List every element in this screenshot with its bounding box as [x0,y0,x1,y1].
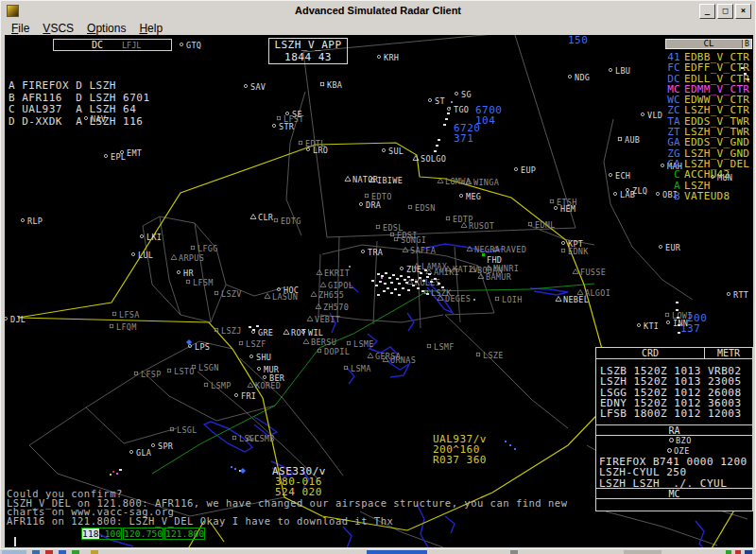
radar-target[interactable] [252,329,255,331]
menu-options[interactable]: Options [87,22,126,35]
metr-tab[interactable]: METR [704,347,753,359]
aircraft-datablock[interactable]: 371 [454,132,473,145]
crd-tab[interactable]: CRD [595,347,705,359]
radar-target[interactable] [482,253,485,256]
station-clock-box[interactable]: LSZH_V_APP 1844 43 [268,38,348,64]
flight-strip-row[interactable]: D D-XXDK A LSZH 116 [9,116,150,129]
radar-target[interactable] [430,281,433,283]
frequency-box[interactable]: 118.100 [81,528,122,540]
radar-target[interactable] [419,277,421,279]
radar-target[interactable] [256,325,259,327]
radar-target[interactable] [379,281,382,283]
radar-target[interactable] [412,285,415,286]
radar-target[interactable] [381,275,384,277]
radar-target[interactable] [390,292,393,294]
radar-target[interactable] [349,266,351,268]
minimize-button[interactable]: _ [699,4,715,19]
cl-minimize-button[interactable]: B [742,40,751,48]
radar-target[interactable] [473,299,475,301]
radar-target[interactable] [110,474,112,476]
radar-target[interactable] [119,469,122,471]
radar-target[interactable] [405,282,408,284]
ra-header[interactable]: RA [595,424,753,436]
waypoint-symbol [618,137,621,140]
radar-target[interactable] [426,293,429,295]
flight-strip-row[interactable]: C UAL937 A LSZH 64 [9,104,150,116]
aircraft-target-diamond[interactable] [186,339,192,345]
radar-target[interactable] [421,290,424,292]
radar-target[interactable] [400,275,403,277]
radar-target[interactable] [407,276,410,278]
radar-target[interactable] [443,124,446,126]
radar-target[interactable] [396,278,399,280]
radar-target[interactable] [383,290,386,292]
radar-target[interactable] [398,294,401,296]
radar-target[interactable] [394,288,397,290]
menu-file[interactable]: File [11,22,29,35]
radar-target[interactable] [411,279,414,281]
radar-target[interactable] [398,283,401,285]
radar-target[interactable] [676,309,679,311]
radar-target[interactable] [234,468,236,470]
aircraft-target-diamond[interactable] [240,468,246,474]
maximize-button[interactable]: □ [717,4,733,19]
radar-target[interactable] [420,272,422,274]
radar-target[interactable] [509,444,511,446]
radar-target[interactable] [407,289,410,291]
radar-target[interactable] [505,441,507,442]
frequency-box[interactable]: 120.750 [123,528,163,540]
radar-target[interactable] [390,282,393,284]
waypoint-label: NEGRA [474,245,500,254]
controller-list-header[interactable]: CL B [665,39,752,49]
radar-target[interactable] [385,272,387,274]
radar-target[interactable] [441,286,444,288]
radar-target[interactable] [434,278,437,280]
radar-target[interactable] [371,280,374,282]
radar-target[interactable] [377,294,380,296]
radar-target[interactable] [387,287,389,289]
radar-target[interactable] [676,302,679,303]
radar-target[interactable] [381,277,383,279]
radar-target[interactable] [375,285,378,286]
frequency-box[interactable]: 121.800 [164,528,205,540]
aircraft-datablock[interactable]: R037 360 [433,454,487,466]
radar-target[interactable] [451,101,453,103]
radar-target[interactable] [415,281,418,283]
radar-target[interactable] [116,473,118,475]
radar-display[interactable]: GTQKRHLBUNDGSAVKBASGSTTGOSESTRLFSTSULEDT… [5,35,753,547]
radar-target[interactable] [428,273,431,275]
aircraft-datablock[interactable]: 137 [680,322,700,335]
close-button[interactable]: × [735,4,751,19]
radar-target[interactable] [231,466,232,468]
radar-target[interactable] [422,280,425,282]
flight-strip-row[interactable]: A FIREFOX D LSZH [9,80,150,93]
radar-target[interactable] [392,274,395,276]
radar-target[interactable] [112,471,114,473]
radar-target[interactable] [417,287,420,289]
radar-target[interactable] [377,273,380,275]
radar-target[interactable] [514,448,516,450]
command-cursor[interactable] [14,537,16,546]
menu-help[interactable]: Help [139,22,163,35]
waypoint-label: WINGA [473,178,499,187]
radar-target[interactable] [677,317,679,319]
radar-target[interactable] [426,276,429,278]
radar-target[interactable] [436,145,438,147]
radar-target[interactable] [434,150,437,152]
radar-target[interactable] [402,287,404,289]
radar-target[interactable] [404,279,406,281]
dc-list-box[interactable]: DC LFJL [53,39,172,51]
radar-target[interactable] [424,269,427,271]
menu-vscs[interactable]: VSCS [43,22,74,35]
radar-target[interactable] [438,139,440,141]
controller-row[interactable]: BVATEUD8 [665,191,752,201]
title-bar[interactable]: Advanced Simulated Radar Client _□× [4,3,752,19]
radar-target[interactable] [447,113,450,114]
aircraft-datablock[interactable]: 150 [568,35,588,46]
radar-target[interactable] [438,283,440,285]
radar-target[interactable] [445,118,448,120]
radar-target[interactable] [249,326,251,328]
radar-target[interactable] [388,277,391,279]
radar-target[interactable] [449,107,451,109]
radar-target[interactable] [384,283,387,285]
